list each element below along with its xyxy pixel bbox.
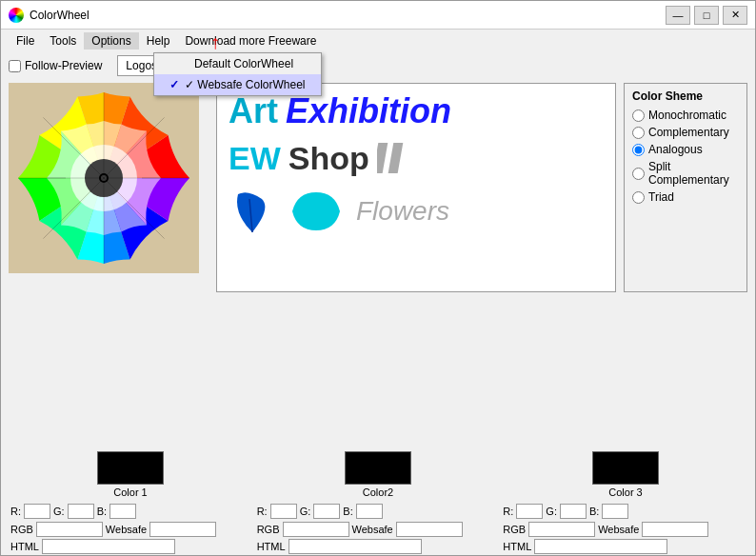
menu-download[interactable]: Download more Freeware — [177, 32, 324, 50]
toolbar: Follow-Preview Logos Style Nature Style … — [1, 52, 755, 79]
preview-bottom: Flowers — [217, 181, 615, 241]
radio-monochromatic-input[interactable] — [632, 109, 645, 122]
radio-triad: Triad — [632, 190, 739, 204]
color1-r-label: R: — [10, 506, 21, 517]
color3-g-input[interactable] — [560, 504, 587, 519]
color-scheme-title: Color Sheme — [632, 89, 739, 103]
color1-box[interactable] — [97, 451, 164, 485]
color1-websafe-input[interactable] — [149, 522, 216, 537]
color2-r-input[interactable] — [270, 504, 297, 519]
color-wheel-svg[interactable] — [9, 83, 199, 273]
color1-g-label: G: — [53, 506, 65, 517]
color1-rgb-inline: RGB Websafe — [10, 522, 253, 537]
color2-rgb-inline: RGB Websafe — [257, 522, 500, 537]
follow-preview-checkbox[interactable] — [9, 60, 21, 72]
dropdown-default-colorwheel[interactable]: Default ColorWheel — [154, 53, 321, 74]
options-dropdown: Default ColorWheel ✓ Websafe ColorWheel — [153, 52, 322, 96]
menu-file[interactable]: File — [9, 32, 42, 50]
color3-html-inline: HTML — [503, 539, 746, 554]
color1-websafe-label: Websafe — [106, 524, 147, 535]
color3-rgb-inline: RGB Websafe — [503, 522, 746, 537]
color3-b-label: B: — [589, 506, 599, 517]
follow-preview-group: Follow-Preview — [9, 59, 102, 72]
color2-html-label: HTML — [257, 541, 286, 552]
app-icon — [9, 8, 24, 23]
color3-html-input[interactable] — [534, 539, 667, 554]
cyan-shape-icon — [288, 188, 345, 235]
color1-rgb-websafe: RGB Websafe — [9, 522, 255, 537]
color2-box[interactable] — [345, 451, 411, 485]
radio-monochromatic-label: Monochromatic — [648, 109, 726, 122]
color2-r-label: R: — [257, 506, 268, 517]
color2-b-input[interactable] — [356, 504, 383, 519]
menu-help[interactable]: Help — [139, 32, 178, 50]
color3-websafe-label: Websafe — [598, 524, 639, 535]
color1-label: Color 1 — [113, 486, 147, 498]
color2-rgb-row: R: G: B: — [257, 503, 500, 520]
preview-area: Art Exhibition EW Shop — [216, 83, 616, 292]
main-content: Art Exhibition EW Shop — [1, 79, 755, 447]
follow-preview-label: Follow-Preview — [25, 59, 102, 72]
parallel-bars-icon — [377, 139, 406, 177]
color3-websafe-input[interactable] — [642, 522, 708, 537]
color-wheel-area — [9, 83, 209, 292]
color3-r-input[interactable] — [516, 504, 543, 519]
color3-g-label: G: — [546, 506, 557, 517]
color3-rgb-websafe: RGB Websafe — [501, 522, 747, 537]
dropdown-websafe-colorwheel[interactable]: ✓ Websafe ColorWheel — [154, 74, 321, 95]
close-button[interactable]: ✕ — [723, 6, 747, 25]
maximize-button[interactable]: □ — [694, 6, 719, 25]
radio-split-complementary-input[interactable] — [632, 168, 645, 180]
radio-analogous-label: Analogous — [648, 143, 703, 156]
menu-tools[interactable]: Tools — [42, 32, 84, 50]
color1-b-input[interactable] — [109, 504, 136, 519]
color3-rgb-label: RGB — [503, 524, 526, 535]
color2-websafe-label: Websafe — [352, 524, 393, 535]
leaf-icon — [229, 185, 276, 237]
minimize-button[interactable]: — — [666, 6, 690, 25]
color1-html-group: HTML — [9, 539, 255, 554]
menu-bar: File Tools Options Help Download more Fr… — [1, 30, 755, 52]
title-bar: ColorWheel — □ ✕ — [1, 1, 755, 30]
color2-html-group: HTML — [255, 539, 502, 554]
svg-rect-12 — [388, 143, 403, 173]
color3-rgb-input[interactable] — [528, 522, 595, 537]
color2-g-input[interactable] — [313, 504, 340, 519]
color1-html-input[interactable] — [42, 539, 175, 554]
color1-html-inline: HTML — [10, 539, 253, 554]
color2-rgb-label: RGB — [257, 524, 280, 535]
svg-rect-11 — [377, 143, 388, 173]
color3-group: Color 3 — [504, 451, 747, 498]
window-title: ColorWheel — [30, 9, 666, 22]
radio-complementary-label: Complementary — [648, 126, 729, 139]
radio-triad-label: Triad — [648, 190, 674, 204]
color2-html-input[interactable] — [288, 539, 422, 554]
color3-box[interactable] — [592, 451, 659, 485]
main-window: ColorWheel — □ ✕ File Tools Options Help… — [0, 0, 756, 556]
color1-html-label: HTML — [10, 541, 39, 552]
radio-analogous-input[interactable] — [632, 144, 645, 156]
color2-label: Color2 — [363, 486, 393, 498]
color2-b-label: B: — [343, 506, 352, 517]
color1-rgb-row: R: G: B: — [10, 503, 253, 520]
preview-middle: EW Shop — [217, 135, 615, 181]
radio-split-complementary-label: Split Complementary — [648, 160, 739, 187]
menu-options[interactable]: Options — [84, 32, 138, 50]
color1-r-input[interactable] — [24, 504, 50, 519]
color1-b-label: B: — [97, 506, 107, 517]
color2-g-label: G: — [300, 506, 311, 517]
preview-shop-text: Shop — [288, 140, 369, 177]
color3-b-input[interactable] — [602, 504, 628, 519]
color3-html-label: HTML — [503, 541, 531, 552]
radio-analogous: Analogous — [632, 143, 739, 156]
color2-rgb-input[interactable] — [283, 522, 349, 537]
window-controls: — □ ✕ — [666, 6, 747, 25]
color2-websafe-input[interactable] — [396, 522, 463, 537]
radio-triad-input[interactable] — [632, 191, 645, 204]
radio-complementary-input[interactable] — [632, 127, 645, 139]
color1-rgb-input[interactable] — [36, 522, 103, 537]
color2-rgb-websafe: RGB Websafe — [255, 522, 502, 537]
color3-rgb-group: R: G: B: — [501, 503, 747, 520]
color1-g-input[interactable] — [68, 504, 94, 519]
preview-art-text: Art — [229, 91, 278, 131]
